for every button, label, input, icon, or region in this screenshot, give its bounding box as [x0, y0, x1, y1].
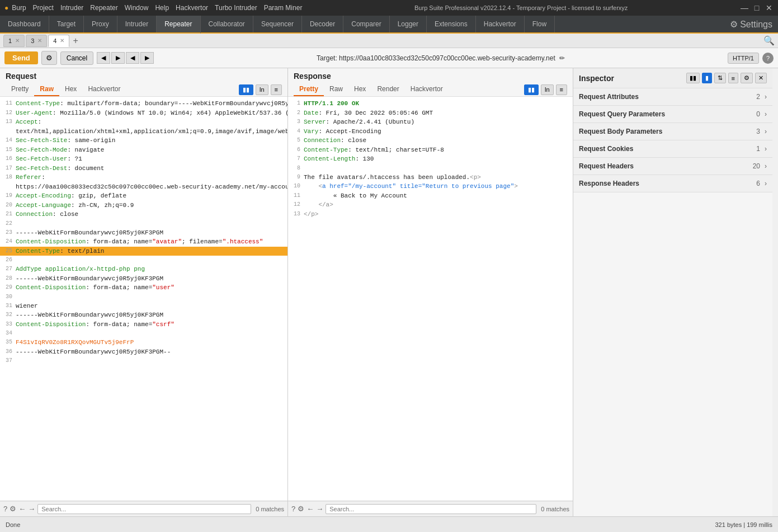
- menu-intruder[interactable]: Intruder: [60, 4, 83, 12]
- request-search-next-button[interactable]: →: [28, 505, 35, 513]
- inspector-view-split-btn[interactable]: ▮▮: [686, 73, 700, 83]
- repeater-tab-3[interactable]: 3 ✕: [26, 35, 47, 47]
- response-search-input[interactable]: [326, 504, 536, 514]
- request-tab-raw[interactable]: Raw: [34, 83, 59, 96]
- inspector-close-btn[interactable]: ✕: [755, 73, 767, 83]
- inspector-section-query-params-header[interactable]: Request Query Parameters 0 ›: [573, 106, 772, 123]
- menu-hackvertor[interactable]: Hackvertor: [176, 4, 208, 12]
- inspector-section-body-params: Request Body Parameters 3 ›: [573, 123, 772, 140]
- inspector-section-body-params-count: 3: [756, 128, 760, 135]
- inspector-filter-btn[interactable]: ≡: [728, 73, 738, 83]
- response-view-ln-btn[interactable]: ln: [541, 84, 554, 95]
- code-line: 17 Sec-Fetch-Dest: document: [0, 164, 287, 173]
- maximize-button[interactable]: □: [752, 3, 761, 12]
- close-tab-1-icon[interactable]: ✕: [15, 37, 20, 44]
- response-search-settings-button[interactable]: ⚙: [298, 505, 304, 513]
- code-line: 29 Content-Disposition: form-data; name=…: [0, 283, 287, 293]
- nav-tab-logger[interactable]: Logger: [390, 16, 427, 32]
- request-search-settings-button[interactable]: ⚙: [10, 505, 16, 513]
- response-tab-render[interactable]: Render: [371, 83, 404, 96]
- request-view-list-btn[interactable]: ≡: [271, 84, 282, 95]
- response-tab-hackvertor[interactable]: Hackvertor: [405, 83, 449, 96]
- response-search-prev-button[interactable]: ←: [307, 505, 314, 513]
- response-code-area[interactable]: 1 HTTP/1.1 200 OK 2 Date: Fri, 30 Dec 20…: [288, 97, 573, 501]
- prev-response-button[interactable]: ◀: [126, 52, 139, 64]
- next-request-button[interactable]: ▶: [111, 52, 125, 64]
- inspector-section-body-params-header[interactable]: Request Body Parameters 3 ›: [573, 123, 772, 140]
- request-view-icons: ▮▮ ln ≡: [239, 84, 282, 95]
- inspector-section-request-headers-header[interactable]: Request Headers 20 ›: [573, 158, 772, 175]
- nav-tab-comparer[interactable]: Comparer: [343, 16, 389, 32]
- prev-request-button[interactable]: ◀: [97, 52, 110, 64]
- settings-icon[interactable]: ⚙ Settings: [730, 19, 772, 30]
- close-tab-4-icon[interactable]: ✕: [60, 37, 64, 44]
- inspector-section-cookies-count: 1: [756, 145, 760, 153]
- response-tab-hex[interactable]: Hex: [348, 83, 371, 96]
- help-button[interactable]: ?: [762, 53, 774, 64]
- inspector-sort-btn[interactable]: ⇅: [714, 73, 726, 83]
- response-tab-raw[interactable]: Raw: [324, 83, 348, 96]
- nav-tab-collaborator[interactable]: Collaborator: [201, 16, 253, 32]
- nav-tab-decoder[interactable]: Decoder: [302, 16, 343, 32]
- request-match-count: 0 matches: [256, 506, 284, 512]
- nav-tab-target[interactable]: Target: [49, 16, 84, 32]
- menu-repeater[interactable]: Repeater: [90, 4, 117, 12]
- nav-tab-repeater[interactable]: Repeater: [157, 16, 200, 34]
- nav-tab-hackvertor[interactable]: Hackvertor: [476, 16, 525, 32]
- add-tab-button[interactable]: +: [70, 36, 80, 46]
- response-view-list-btn[interactable]: ≡: [556, 84, 567, 95]
- window-controls: — □ ✕: [740, 3, 774, 12]
- tab-search-icon[interactable]: 🔍: [763, 35, 775, 46]
- menu-help[interactable]: Help: [155, 4, 169, 12]
- code-line: 4 Vary: Accept-Encoding: [288, 127, 573, 136]
- menu-project[interactable]: Project: [33, 4, 54, 12]
- request-help-button[interactable]: ?: [3, 505, 7, 513]
- send-button[interactable]: Send: [4, 51, 38, 64]
- nav-tab-extensions[interactable]: Extensions: [427, 16, 476, 32]
- close-button[interactable]: ✕: [765, 3, 774, 12]
- request-search-prev-button[interactable]: ←: [18, 505, 26, 513]
- http-version[interactable]: HTTP/1: [728, 53, 759, 64]
- nav-tab-intruder[interactable]: Intruder: [117, 16, 157, 32]
- edit-icon[interactable]: ✏: [559, 54, 565, 62]
- inspector-section-response-headers-header[interactable]: Response Headers 6 ›: [573, 175, 772, 192]
- response-tab-pretty[interactable]: Pretty: [294, 83, 324, 96]
- cancel-button[interactable]: Cancel: [60, 51, 93, 65]
- request-tab-hackvertor[interactable]: Hackvertor: [82, 83, 126, 96]
- repeater-tab-4[interactable]: 4 ✕: [48, 35, 69, 47]
- inspector-section-cookies-header[interactable]: Request Cookies 1 ›: [573, 140, 772, 157]
- response-search-next-button[interactable]: →: [316, 505, 323, 513]
- inspector-section-request-attributes-header[interactable]: Request Attributes 2 ›: [573, 88, 772, 105]
- request-view-ln-btn[interactable]: ln: [256, 84, 268, 95]
- nav-tab-flow[interactable]: Flow: [525, 16, 555, 32]
- request-tab-hex[interactable]: Hex: [59, 83, 82, 96]
- nav-tab-proxy[interactable]: Proxy: [84, 16, 117, 32]
- request-tab-pretty[interactable]: Pretty: [6, 83, 34, 96]
- menu-window[interactable]: Window: [125, 4, 149, 12]
- code-line: 2 Date: Fri, 30 Dec 2022 05:05:46 GMT: [288, 109, 573, 118]
- menu-param-miner[interactable]: Param Miner: [264, 4, 303, 12]
- inspector-view-single-btn[interactable]: ▮: [702, 73, 712, 83]
- minimize-button[interactable]: —: [740, 3, 749, 12]
- next-response-button[interactable]: ▶: [140, 52, 154, 64]
- code-line: 3 Server: Apache/2.4.41 (Ubuntu): [288, 117, 573, 127]
- code-line: 22: [0, 219, 287, 228]
- nav-arrows: ◀ ▶ ◀ ▶: [97, 52, 154, 64]
- request-view-wrapped-btn[interactable]: ▮▮: [239, 84, 253, 95]
- inspector-section-request-attributes-count: 2: [756, 93, 760, 101]
- inspector-icons: ▮▮ ▮ ⇅ ≡ ⚙ ✕: [686, 73, 767, 83]
- menu-turbo-intruder[interactable]: Turbo Intruder: [215, 4, 257, 12]
- close-tab-3-icon[interactable]: ✕: [37, 37, 42, 44]
- nav-tab-sequencer[interactable]: Sequencer: [253, 16, 302, 32]
- request-settings-button[interactable]: ⚙: [41, 51, 57, 65]
- response-view-wrapped-btn[interactable]: ▮▮: [524, 84, 539, 95]
- code-line: 31 wiener: [0, 302, 287, 311]
- inspector-settings-btn[interactable]: ⚙: [741, 73, 753, 83]
- toolbar: Send ⚙ Cancel ◀ ▶ ◀ ▶ Target: https://0a…: [0, 48, 778, 68]
- request-search-input[interactable]: [37, 504, 251, 514]
- repeater-tab-1[interactable]: 1 ✕: [3, 35, 25, 47]
- menu-burp[interactable]: Burp: [12, 4, 26, 12]
- nav-tab-dashboard[interactable]: Dashboard: [0, 16, 49, 32]
- response-help-button[interactable]: ?: [291, 505, 295, 513]
- request-code-area[interactable]: 11 Content-Type: multipart/form-data; bo…: [0, 97, 287, 501]
